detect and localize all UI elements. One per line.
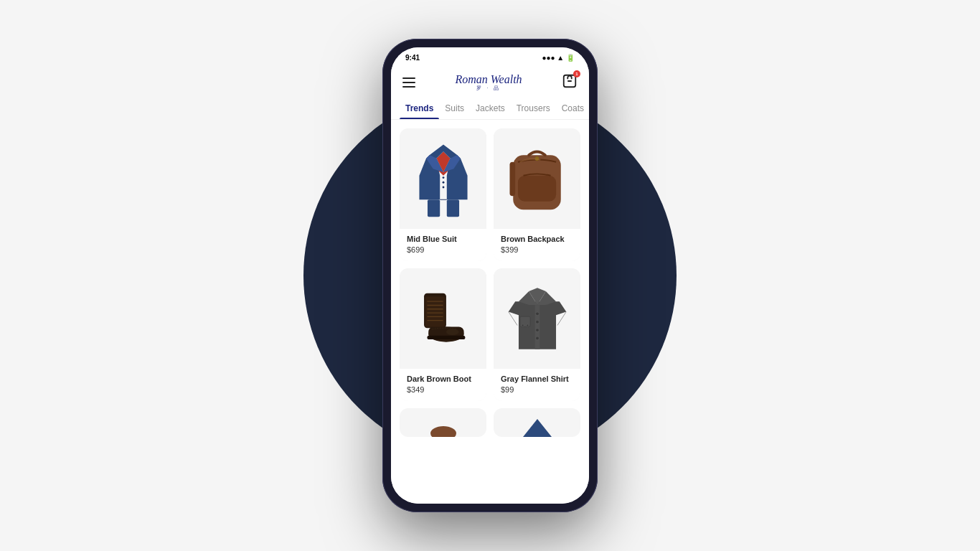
tab-suits[interactable]: Suits	[439, 98, 470, 119]
tab-jackets[interactable]: Jackets	[470, 98, 511, 119]
category-tabs: Trends Suits Jackets Trousers Coats	[391, 98, 589, 120]
svg-point-25	[535, 320, 539, 324]
product-info-suit: Mid Blue Suit $699	[400, 229, 486, 261]
cart-badge: 1	[573, 70, 580, 77]
svg-point-3	[442, 186, 444, 188]
product-info-boot: Dark Brown Boot $349	[400, 369, 486, 401]
cart-button[interactable]: 1	[562, 73, 578, 92]
phone-screen: 9:41 ●●● ▲ 🔋 Roman Wealth 罗 · 品	[391, 47, 589, 504]
products-grid: Mid Blue Suit $699	[400, 128, 580, 401]
tab-trousers[interactable]: Trousers	[511, 98, 556, 119]
status-bar: 9:41 ●●● ▲ 🔋	[391, 47, 589, 67]
partial-products-row	[400, 408, 580, 437]
tab-trends[interactable]: Trends	[400, 98, 439, 119]
product-name-backpack: Brown Backpack	[501, 235, 573, 243]
svg-rect-15	[425, 296, 445, 326]
product-info-backpack: Brown Backpack $399	[494, 229, 580, 261]
product-image-shirt	[494, 268, 580, 369]
product-price-backpack: $399	[501, 245, 573, 254]
svg-rect-14	[427, 336, 465, 339]
svg-rect-9	[518, 175, 556, 201]
svg-rect-8	[510, 161, 516, 196]
brand-sub: 罗 · 品	[455, 86, 522, 92]
svg-rect-4	[427, 199, 439, 217]
product-name-boot: Dark Brown Boot	[407, 375, 479, 383]
menu-line-1	[402, 77, 415, 79]
product-price-suit: $699	[407, 245, 479, 254]
product-card-dark-brown-boot[interactable]: Dark Brown Boot $349	[400, 268, 486, 401]
svg-point-2	[442, 181, 444, 183]
product-image-backpack	[494, 128, 580, 229]
product-info-shirt: Gray Flannel Shirt $99	[494, 369, 580, 401]
partial-card-2[interactable]	[494, 408, 580, 437]
product-name-shirt: Gray Flannel Shirt	[501, 375, 573, 383]
svg-point-30	[526, 324, 528, 326]
time: 9:41	[405, 54, 420, 62]
products-scroll[interactable]: Mid Blue Suit $699	[391, 120, 589, 504]
app-header: Roman Wealth 罗 · 品 1	[391, 67, 589, 98]
product-card-brown-backpack[interactable]: Brown Backpack $399	[494, 128, 580, 261]
menu-line-2	[402, 82, 415, 83]
phone-frame: 9:41 ●●● ▲ 🔋 Roman Wealth 罗 · 品	[382, 39, 598, 512]
brand-name: Roman Wealth	[455, 73, 522, 85]
signal: ●●● ▲ 🔋	[542, 54, 575, 62]
svg-rect-23	[534, 305, 540, 349]
svg-rect-28	[519, 316, 529, 326]
svg-point-22	[446, 329, 459, 335]
product-name-suit: Mid Blue Suit	[407, 235, 479, 243]
svg-rect-5	[446, 199, 458, 217]
product-image-boot	[400, 268, 486, 369]
svg-point-29	[522, 324, 524, 326]
svg-point-27	[535, 336, 539, 340]
product-card-gray-flannel-shirt[interactable]: Gray Flannel Shirt $99	[494, 268, 580, 401]
partial-card-1[interactable]	[400, 408, 486, 437]
phone-mockup: 9:41 ●●● ▲ 🔋 Roman Wealth 罗 · 品	[382, 39, 598, 512]
svg-point-24	[535, 312, 539, 316]
svg-point-33	[430, 426, 456, 437]
brand-logo: Roman Wealth 罗 · 品	[455, 73, 522, 91]
product-price-shirt: $99	[501, 385, 573, 394]
svg-point-26	[535, 329, 539, 332]
product-card-mid-blue-suit[interactable]: Mid Blue Suit $699	[400, 128, 486, 261]
tab-coats[interactable]: Coats	[556, 98, 589, 119]
menu-line-3	[402, 86, 415, 88]
product-price-boot: $349	[407, 385, 479, 394]
product-image-suit	[400, 128, 486, 229]
menu-button[interactable]	[402, 77, 415, 88]
svg-point-1	[442, 176, 444, 179]
